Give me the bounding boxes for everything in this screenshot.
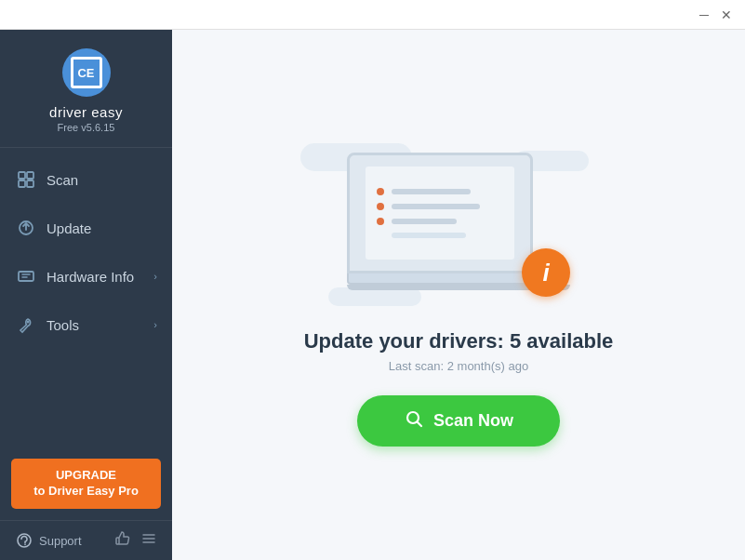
screen-line-2 bbox=[377, 203, 503, 210]
laptop-screen-content bbox=[366, 167, 514, 260]
svg-rect-2 bbox=[19, 180, 25, 187]
svg-point-8 bbox=[27, 321, 30, 324]
list-icon[interactable] bbox=[140, 530, 157, 551]
screen-bar-light bbox=[392, 233, 466, 238]
app-logo-icon bbox=[62, 48, 111, 97]
support-label: Support bbox=[39, 534, 82, 548]
sidebar-item-update[interactable]: Update bbox=[0, 204, 172, 252]
sidebar-tools-label: Tools bbox=[47, 317, 79, 333]
upgrade-button[interactable]: UPGRADE to Driver Easy Pro bbox=[11, 459, 161, 509]
hero-illustration: i bbox=[319, 143, 598, 311]
app-version: Free v5.6.15 bbox=[58, 122, 115, 133]
laptop-base bbox=[347, 273, 552, 285]
support-icon bbox=[15, 531, 33, 550]
title-bar: ─ ✕ bbox=[0, 0, 745, 30]
screen-dot bbox=[377, 218, 384, 225]
scan-button-icon bbox=[404, 408, 424, 433]
upgrade-line2: to Driver Easy Pro bbox=[33, 484, 139, 498]
sidebar-nav: Scan Update bbox=[0, 155, 172, 451]
svg-rect-0 bbox=[19, 172, 25, 179]
sidebar-logo: driver easy Free v5.6.15 bbox=[0, 30, 172, 148]
sidebar-item-tools[interactable]: Tools › bbox=[0, 300, 172, 349]
sidebar-update-label: Update bbox=[47, 220, 91, 236]
close-button[interactable]: ✕ bbox=[715, 4, 738, 26]
upgrade-line1: UPGRADE bbox=[56, 468, 116, 482]
sidebar-item-hardware-info[interactable]: Hardware Info › bbox=[0, 252, 172, 300]
screen-line-1 bbox=[377, 188, 503, 195]
app-name: driver easy bbox=[49, 104, 123, 120]
screen-dot bbox=[377, 188, 384, 195]
info-badge: i bbox=[522, 248, 570, 297]
sidebar: driver easy Free v5.6.15 Scan bbox=[0, 30, 172, 560]
scan-now-label: Scan Now bbox=[433, 411, 513, 431]
main-subtitle: Last scan: 2 month(s) ago bbox=[389, 359, 528, 373]
screen-bar bbox=[392, 189, 471, 194]
main-content: i Update your drivers: 5 available Last … bbox=[172, 30, 745, 560]
thumbs-up-icon[interactable] bbox=[114, 530, 131, 551]
laptop-screen bbox=[347, 153, 533, 273]
sidebar-footer: Support bbox=[0, 520, 172, 560]
hardware-chevron-icon: › bbox=[153, 271, 157, 282]
sidebar-scan-label: Scan bbox=[47, 172, 78, 188]
svg-line-16 bbox=[417, 422, 421, 427]
svg-rect-3 bbox=[27, 180, 33, 187]
update-icon bbox=[15, 217, 37, 239]
main-title: Update your drivers: 5 available bbox=[304, 329, 614, 353]
tools-icon bbox=[15, 313, 37, 336]
minimize-button[interactable]: ─ bbox=[693, 4, 715, 26]
support-item[interactable]: Support bbox=[15, 531, 82, 550]
tools-chevron-icon: › bbox=[153, 319, 157, 330]
screen-line-3 bbox=[377, 218, 503, 225]
screen-bar bbox=[392, 219, 457, 224]
svg-rect-1 bbox=[27, 172, 33, 179]
hardware-icon bbox=[15, 265, 37, 287]
svg-rect-11 bbox=[116, 538, 119, 544]
footer-icons bbox=[114, 530, 157, 551]
sidebar-hardware-label: Hardware Info bbox=[47, 269, 134, 285]
scan-now-button[interactable]: Scan Now bbox=[357, 395, 560, 447]
svg-rect-5 bbox=[19, 272, 33, 281]
svg-point-10 bbox=[24, 544, 26, 546]
scan-icon bbox=[15, 168, 37, 191]
screen-dot bbox=[377, 203, 384, 210]
app-body: driver easy Free v5.6.15 Scan bbox=[0, 30, 745, 560]
sidebar-item-scan[interactable]: Scan bbox=[0, 155, 172, 204]
cloud-decoration-3 bbox=[328, 287, 421, 306]
screen-bar bbox=[392, 204, 480, 209]
screen-line-4 bbox=[377, 233, 503, 238]
